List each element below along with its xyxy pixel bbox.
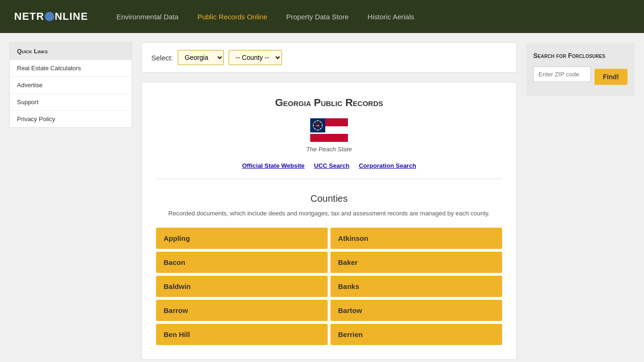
counties-grid: ApplingAtkinsonBaconBakerBaldwinBanksBar…: [156, 228, 502, 345]
header: NETRNLINE Environmental Data Public Reco…: [0, 0, 644, 33]
svg-point-7: [322, 125, 322, 126]
nav-property-data[interactable]: Property Data Store: [286, 10, 349, 23]
sidebar-link-advertise[interactable]: Advertise: [10, 77, 132, 94]
sidebar-link-support[interactable]: Support: [10, 94, 132, 111]
foreclosure-box: Search for Forclosures Find!: [526, 42, 635, 96]
foreclosure-input-wrap: [533, 66, 591, 87]
counties-title: Counties: [156, 193, 502, 204]
county-button[interactable]: Bacon: [156, 252, 328, 273]
logo[interactable]: NETRNLINE: [14, 10, 88, 23]
corporation-search-link[interactable]: Corporation Search: [359, 162, 416, 169]
page-wrapper: Quick Links Real Estate Calculators Adve…: [0, 33, 644, 362]
svg-point-6: [320, 122, 321, 123]
sidebar-link-calculators[interactable]: Real Estate Calculators: [10, 60, 132, 77]
find-button[interactable]: Find!: [594, 69, 627, 85]
state-title: Georgia Public Records: [156, 97, 502, 109]
select-label: Select:: [151, 54, 173, 62]
svg-point-9: [317, 130, 318, 131]
official-state-website-link[interactable]: Official State Website: [242, 162, 305, 169]
county-button[interactable]: Bartow: [330, 300, 502, 321]
globe-icon: [45, 12, 54, 21]
county-button[interactable]: Appling: [156, 228, 328, 249]
ucc-search-link[interactable]: UCC Search: [314, 162, 349, 169]
right-sidebar: Search for Forclosures Find!: [526, 42, 635, 360]
svg-point-11: [313, 125, 314, 126]
state-content: Georgia Public Records: [141, 82, 517, 360]
sidebar-link-privacy[interactable]: Privacy Policy: [10, 111, 132, 127]
select-bar: Select: Georgia Alabama Alaska Arizona -…: [141, 42, 517, 73]
nav-public-records[interactable]: Public Records Online: [198, 10, 267, 23]
nav-environmental[interactable]: Environmental Data: [116, 10, 179, 23]
state-nickname: The Peach State: [156, 146, 502, 153]
county-button[interactable]: Barrow: [156, 300, 328, 321]
county-button[interactable]: Banks: [330, 276, 502, 297]
svg-point-8: [320, 128, 321, 129]
nav-historic-aerials[interactable]: Historic Aerials: [368, 10, 414, 23]
foreclosure-title: Search for Forclosures: [533, 52, 627, 59]
svg-text:GA: GA: [316, 124, 319, 127]
main-nav: Environmental Data Public Records Online…: [116, 10, 414, 23]
svg-point-5: [317, 120, 318, 121]
county-button[interactable]: Atkinson: [330, 228, 502, 249]
state-links: Official State Website UCC Search Corpor…: [156, 162, 502, 179]
counties-description: Recorded documents, which include deeds …: [156, 209, 502, 218]
county-button[interactable]: Baldwin: [156, 276, 328, 297]
quick-links-title: Quick Links: [10, 43, 132, 60]
main-content: Select: Georgia Alabama Alaska Arizona -…: [141, 42, 517, 360]
zip-code-input[interactable]: [533, 66, 591, 82]
flag-container: GA: [156, 118, 502, 143]
state-flag: GA: [310, 118, 348, 142]
svg-rect-2: [310, 134, 348, 142]
left-sidebar: Quick Links Real Estate Calculators Adve…: [9, 42, 132, 360]
foreclosure-search-row: Find!: [533, 66, 627, 87]
county-select[interactable]: -- County --: [229, 50, 282, 65]
quick-links-box: Quick Links Real Estate Calculators Adve…: [9, 42, 132, 128]
county-button[interactable]: Baker: [330, 252, 502, 273]
svg-point-12: [314, 122, 315, 123]
svg-point-10: [314, 128, 315, 129]
county-button[interactable]: Berrien: [330, 324, 502, 345]
county-button[interactable]: Ben Hill: [156, 324, 328, 345]
state-select[interactable]: Georgia Alabama Alaska Arizona: [178, 50, 224, 65]
